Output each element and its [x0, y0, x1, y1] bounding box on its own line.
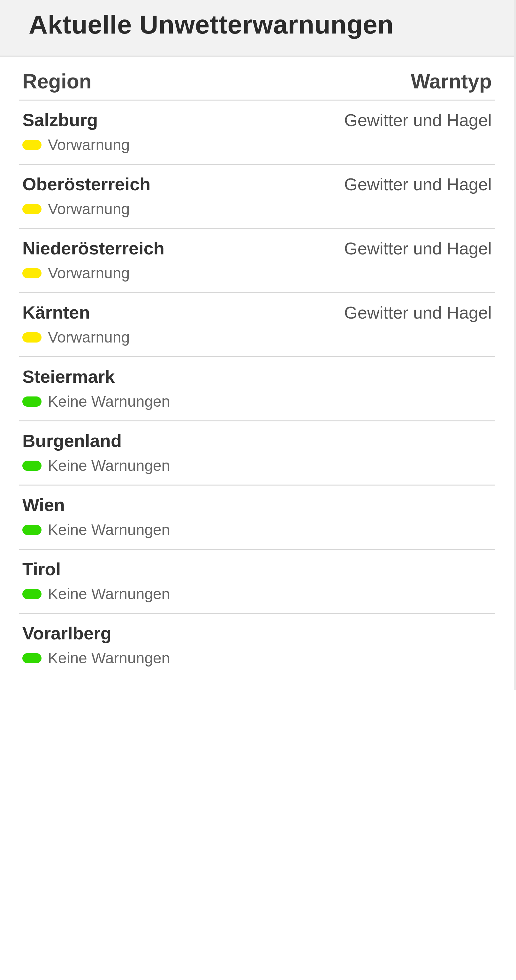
region-cell: Vorarlberg Keine Warnungen: [22, 623, 170, 667]
status-pill-icon: [22, 525, 41, 535]
table-row[interactable]: Burgenland Keine Warnungen: [19, 422, 495, 485]
status-pill-icon: [22, 461, 41, 471]
region-name: Salzburg: [22, 110, 130, 130]
region-cell: Salzburg Vorwarnung: [22, 110, 130, 154]
status-line: Vorwarnung: [22, 328, 130, 346]
table-row[interactable]: Salzburg Vorwarnung Gewitter und Hagel: [19, 100, 495, 165]
status-text: Keine Warnungen: [48, 457, 170, 474]
table-row[interactable]: Kärnten Vorwarnung Gewitter und Hagel: [19, 293, 495, 357]
status-line: Vorwarnung: [22, 136, 130, 154]
region-name: Niederösterreich: [22, 238, 164, 259]
status-line: Keine Warnungen: [22, 457, 170, 474]
column-headers: Region Warntyp: [19, 70, 495, 100]
region-name: Burgenland: [22, 430, 170, 451]
region-cell: Wien Keine Warnungen: [22, 495, 170, 539]
status-line: Keine Warnungen: [22, 649, 170, 667]
weather-warnings-panel: Aktuelle Unwetterwarnungen Region Warnty…: [0, 0, 516, 690]
status-pill-icon: [22, 332, 41, 342]
table-row[interactable]: Wien Keine Warnungen: [19, 485, 495, 550]
region-name: Oberösterreich: [22, 173, 151, 194]
region-cell: Niederösterreich Vorwarnung: [22, 238, 164, 282]
table-row[interactable]: Vorarlberg Keine Warnungen: [19, 614, 495, 677]
status-pill-icon: [22, 268, 41, 278]
status-text: Vorwarnung: [48, 200, 130, 218]
region-name: Steiermark: [22, 366, 170, 387]
region-name: Vorarlberg: [22, 623, 170, 644]
status-text: Vorwarnung: [48, 136, 130, 154]
status-text: Keine Warnungen: [48, 585, 170, 603]
region-name: Tirol: [22, 558, 170, 579]
status-line: Keine Warnungen: [22, 585, 170, 603]
region-name: Kärnten: [22, 302, 130, 323]
status-line: Keine Warnungen: [22, 521, 170, 539]
region-cell: Tirol Keine Warnungen: [22, 558, 170, 603]
status-pill-icon: [22, 589, 41, 599]
region-name: Wien: [22, 495, 170, 515]
status-line: Vorwarnung: [22, 200, 151, 218]
status-pill-icon: [22, 653, 41, 663]
region-cell: Burgenland Keine Warnungen: [22, 430, 170, 474]
region-cell: Steiermark Keine Warnungen: [22, 366, 170, 410]
panel-body: Region Warntyp Salzburg Vorwarnung Gewit…: [0, 57, 514, 690]
status-text: Keine Warnungen: [48, 393, 170, 410]
status-pill-icon: [22, 204, 41, 214]
table-row[interactable]: Tirol Keine Warnungen: [19, 550, 495, 614]
region-cell: Kärnten Vorwarnung: [22, 302, 130, 346]
table-row[interactable]: Steiermark Keine Warnungen: [19, 357, 495, 422]
table-row[interactable]: Niederösterreich Vorwarnung Gewitter und…: [19, 229, 495, 293]
column-header-region: Region: [22, 70, 92, 93]
warn-type: Gewitter und Hagel: [344, 302, 492, 324]
warn-type: Gewitter und Hagel: [344, 238, 492, 259]
status-line: Keine Warnungen: [22, 393, 170, 410]
panel-title: Aktuelle Unwetterwarnungen: [29, 10, 495, 40]
region-cell: Oberösterreich Vorwarnung: [22, 173, 151, 218]
status-pill-icon: [22, 396, 41, 407]
status-pill-icon: [22, 140, 41, 150]
table-row[interactable]: Oberösterreich Vorwarnung Gewitter und H…: [19, 165, 495, 229]
warn-type: Gewitter und Hagel: [344, 110, 492, 131]
column-header-warntyp: Warntyp: [411, 70, 492, 93]
status-text: Keine Warnungen: [48, 521, 170, 539]
status-text: Vorwarnung: [48, 264, 130, 282]
panel-header: Aktuelle Unwetterwarnungen: [0, 0, 514, 57]
status-text: Keine Warnungen: [48, 649, 170, 667]
status-text: Vorwarnung: [48, 328, 130, 346]
warn-type: Gewitter und Hagel: [344, 173, 492, 196]
status-line: Vorwarnung: [22, 264, 164, 282]
